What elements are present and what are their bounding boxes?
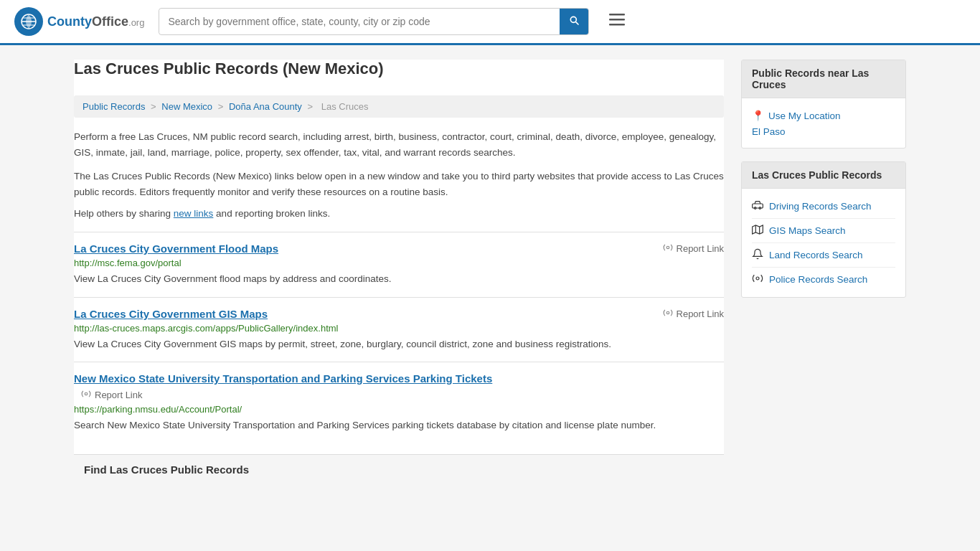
logo-brand-text: County	[47, 14, 92, 29]
logo-domain-text: .org	[128, 17, 144, 28]
record-url-2: https://parking.nmsu.edu/Account/Portal/	[74, 404, 724, 415]
record-desc-0: View La Cruces City Government flood map…	[74, 272, 724, 286]
sidebar-record-police[interactable]: Police Records Search	[752, 268, 895, 291]
gear-icon	[752, 273, 763, 286]
breadcrumb-public-records[interactable]: Public Records	[83, 101, 145, 112]
land-records-link[interactable]: Land Records Search	[769, 250, 863, 260]
breadcrumb: Public Records > New Mexico > Doña Ana C…	[74, 95, 724, 118]
logo-icon	[14, 7, 43, 36]
record-desc-2: Search New Mexico State University Trans…	[74, 418, 724, 433]
sidebar-record-gis[interactable]: GIS Maps Search	[752, 219, 895, 243]
use-my-location-link[interactable]: Use My Location	[768, 110, 841, 121]
breadcrumb-sep-3: >	[307, 101, 315, 112]
svg-point-7	[666, 247, 669, 250]
report-link-2[interactable]: Report Link	[81, 389, 142, 401]
record-item-1: La Cruces City Government GIS Maps Repor…	[74, 297, 724, 362]
report-label-0: Report Link	[677, 243, 724, 254]
record-item-2: New Mexico State University Transportati…	[74, 362, 724, 443]
report-label-1: Report Link	[677, 309, 724, 319]
car-icon	[752, 199, 763, 213]
map-icon	[752, 224, 763, 237]
help-text-before: Help others by sharing	[74, 208, 174, 219]
record-item-0: La Cruces City Government Flood Maps Rep…	[74, 232, 724, 296]
svg-point-8	[666, 311, 669, 314]
record-url-1: http://las-cruces.maps.arcgis.com/apps/P…	[74, 323, 724, 334]
svg-rect-4	[609, 14, 625, 16]
find-section-title: Find Las Cruces Public Records	[84, 463, 249, 476]
hamburger-menu-button[interactable]	[603, 9, 631, 34]
nearby-box-content: 📍 Use My Location El Paso	[742, 98, 905, 148]
record-desc-1: View La Cruces City Government GIS maps …	[74, 337, 724, 352]
sidebar: Public Records near Las Cruces 📍 Use My …	[741, 60, 906, 484]
report-icon-2	[81, 389, 91, 401]
svg-rect-5	[609, 19, 625, 21]
location-pin-icon: 📍	[752, 110, 764, 121]
svg-rect-10	[753, 204, 763, 208]
las-cruces-records-box-title: Las Cruces Public Records	[742, 162, 905, 189]
record-title-2[interactable]: New Mexico State University Transportati…	[74, 372, 492, 385]
report-icon-1	[663, 308, 673, 320]
help-text-after: and reporting broken links.	[213, 208, 330, 219]
report-icon-0	[663, 242, 673, 255]
breadcrumb-dona-ana[interactable]: Doña Ana County	[229, 101, 302, 112]
search-bar	[159, 8, 589, 35]
report-label-2: Report Link	[95, 390, 142, 400]
description-text-2: The Las Cruces Public Records (New Mexic…	[74, 169, 724, 199]
site-header: CountyOffice.org	[0, 0, 980, 45]
nearby-box: Public Records near Las Cruces 📍 Use My …	[741, 60, 906, 149]
driving-records-link[interactable]: Driving Records Search	[769, 201, 872, 212]
report-link-0[interactable]: Report Link	[663, 242, 724, 255]
las-cruces-records-box: Las Cruces Public Records Driving Record…	[741, 161, 906, 298]
bell-icon	[752, 248, 763, 262]
search-button[interactable]	[560, 9, 588, 34]
nearby-city-el-paso[interactable]: El Paso	[752, 124, 895, 139]
main-content: Las Cruces Public Records (New Mexico) P…	[74, 60, 724, 484]
breadcrumb-new-mexico[interactable]: New Mexico	[161, 101, 212, 112]
gis-maps-link[interactable]: GIS Maps Search	[769, 225, 846, 236]
use-my-location-item[interactable]: 📍 Use My Location	[752, 107, 895, 124]
site-logo[interactable]: CountyOffice.org	[14, 7, 144, 36]
police-records-link[interactable]: Police Records Search	[769, 274, 867, 285]
breadcrumb-las-cruces: Las Cruces	[321, 101, 369, 112]
logo-office-text: Office	[92, 14, 128, 29]
new-links-link[interactable]: new links	[174, 208, 214, 219]
sidebar-record-driving[interactable]: Driving Records Search	[752, 194, 895, 219]
svg-rect-6	[609, 24, 625, 26]
search-input[interactable]	[159, 10, 560, 33]
record-title-1[interactable]: La Cruces City Government GIS Maps	[74, 308, 268, 320]
record-url-0: http://msc.fema.gov/portal	[74, 258, 724, 268]
svg-point-16	[756, 277, 759, 280]
breadcrumb-sep-2: >	[218, 101, 226, 112]
svg-marker-13	[753, 225, 763, 234]
find-section: Find Las Cruces Public Records	[74, 454, 724, 484]
help-text: Help others by sharing new links and rep…	[74, 208, 724, 219]
nearby-box-title: Public Records near Las Cruces	[742, 60, 905, 98]
sidebar-record-land[interactable]: Land Records Search	[752, 243, 895, 268]
sidebar-records-list: Driving Records Search GIS Maps Search L…	[742, 189, 905, 297]
breadcrumb-sep-1: >	[151, 101, 159, 112]
page-container: Las Cruces Public Records (New Mexico) P…	[60, 45, 920, 499]
record-title-0[interactable]: La Cruces City Government Flood Maps	[74, 242, 278, 255]
svg-point-9	[85, 392, 88, 395]
page-title: Las Cruces Public Records (New Mexico)	[74, 60, 724, 85]
report-link-1[interactable]: Report Link	[663, 308, 724, 320]
description-text-1: Perform a free Las Cruces, NM public rec…	[74, 129, 724, 160]
